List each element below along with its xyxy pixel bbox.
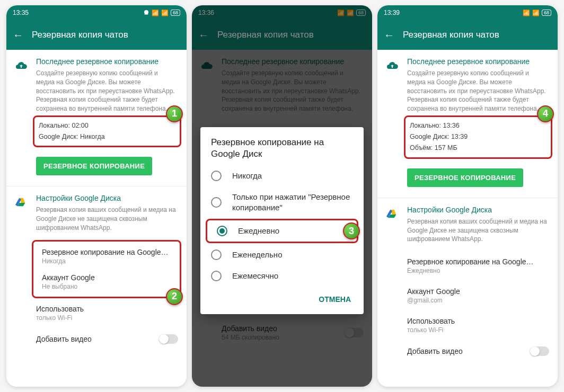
setting-value: Ежедневно (407, 267, 549, 274)
highlight-2: 2 Резервное копирование на Google… Никог… (32, 240, 181, 298)
app-bar: ← Резервная копия чатов (6, 20, 187, 50)
last-backup-section: Последнее резервное копирование Создайте… (377, 50, 558, 198)
google-drive-icon (14, 195, 29, 210)
setting-value: только Wi-Fi (36, 314, 178, 322)
radio-icon (211, 171, 222, 181)
content: Последнее резервное копирование Создайте… (377, 50, 558, 387)
last-backup-section: Последнее резервное копирование Создайте… (6, 50, 187, 186)
google-account-item[interactable]: Аккаунт Google @gmail.com (377, 281, 558, 310)
highlight-4: 4 Локально: 13:36 Google Диск: 13:39 Объ… (404, 115, 552, 159)
setting-value: Не выбрано (42, 283, 171, 290)
google-drive-icon (385, 207, 400, 221)
content: Последнее резервное копирование Создайте… (6, 50, 187, 387)
cloud-upload-icon (385, 58, 400, 73)
badge-3: 3 (343, 222, 360, 239)
highlight-1: 1 Локально: 02:00 Google Диск: Никогда (33, 115, 181, 148)
section-title: Настройки Google Диска (407, 206, 549, 214)
backup-size: Объём: 157 МБ (410, 142, 547, 154)
option-monthly[interactable]: Ежемесячно (200, 265, 364, 287)
backup-button[interactable]: РЕЗЕРВНОЕ КОПИРОВАНИЕ (407, 168, 523, 187)
gdrive-backup-time: Google Диск: 13:39 (410, 131, 547, 142)
back-arrow-icon[interactable]: ← (384, 29, 394, 41)
setting-label: Добавить видео (407, 347, 463, 355)
radio-icon (211, 197, 222, 208)
gdrive-section: Настройки Google Диска Резервная копия в… (377, 198, 558, 251)
status-bar: 13:39 📶📶 68 (377, 5, 558, 20)
dnd-icon (143, 10, 149, 16)
gdrive-section: Настройки Google Диска Резервная копия в… (6, 186, 187, 239)
include-video-item[interactable]: Добавить видео (377, 340, 558, 362)
page-title: Резервная копия чатов (403, 30, 499, 40)
toggle-switch[interactable] (159, 334, 178, 344)
backup-frequency-item[interactable]: Резервное копирование на Google… Никогда (38, 245, 175, 268)
section-title: Последнее резервное копирование (36, 57, 178, 66)
setting-label: Резервное копирование на Google… (407, 257, 549, 266)
setting-value: только Wi-Fi (407, 326, 549, 334)
radio-icon (211, 271, 222, 281)
badge-4: 4 (537, 105, 554, 122)
cloud-upload-icon (14, 58, 29, 73)
highlight-3: 3 Ежедневно (206, 219, 358, 243)
page-title: Резервная копия чатов (32, 30, 128, 40)
setting-value: @gmail.com (407, 297, 549, 304)
status-icons: 📶📶 68 (523, 10, 551, 16)
section-desc: Создайте резервную копию сообщений и мед… (407, 69, 549, 113)
badge-1: 1 (166, 105, 183, 122)
backup-button[interactable]: РЕЗЕРВНОЕ КОПИРОВАНИЕ (36, 157, 152, 175)
setting-label: Резервное копирование на Google… (42, 248, 171, 256)
cancel-button[interactable]: ОТМЕНА (314, 291, 355, 308)
section-desc: Создайте резервную копию сообщений и мед… (36, 69, 178, 113)
radio-icon-checked (217, 226, 227, 236)
network-item[interactable]: Использовать только Wi-Fi (377, 310, 558, 340)
local-backup-time: Локально: 02:00 (39, 120, 175, 131)
back-arrow-icon[interactable]: ← (13, 29, 23, 41)
section-desc: Резервная копия ваших сообщений и медиа … (36, 206, 178, 232)
option-never[interactable]: Никогда (200, 165, 364, 186)
option-manual[interactable]: Только при нажатии "Резервное копировани… (200, 186, 364, 218)
setting-label: Использовать (36, 305, 178, 313)
dialog-actions: ОТМЕНА (200, 287, 364, 310)
setting-label: Добавить видео (36, 335, 92, 343)
setting-value: Никогда (42, 257, 171, 265)
radio-label: Ежемесячно (232, 271, 278, 281)
screen-1: 13:35 📶📶 68 ← Резервная копия чатов Посл… (6, 5, 187, 387)
network-item[interactable]: Использовать только Wi-Fi (6, 298, 187, 328)
include-video-item[interactable]: Добавить видео (6, 328, 187, 350)
radio-label: Только при нажатии "Резервное копировани… (232, 192, 353, 212)
radio-label: Еженедельно (232, 250, 282, 260)
backup-frequency-item[interactable]: Резервное копирование на Google… Ежеднев… (377, 251, 558, 281)
radio-label: Никогда (232, 171, 262, 181)
radio-icon (211, 250, 222, 260)
status-bar: 13:35 📶📶 68 (6, 5, 187, 20)
app-bar: ← Резервная копия чатов (377, 20, 558, 50)
clock: 13:35 (13, 9, 29, 16)
local-backup-time: Локально: 13:36 (410, 120, 547, 131)
section-desc: Резервная копия ваших сообщений и медиа … (407, 217, 549, 244)
gdrive-backup-time: Google Диск: Никогда (39, 131, 175, 142)
screen-2: 13:36 📶📶 68 ← Резервная копия чатов Посл… (192, 5, 372, 387)
google-account-item[interactable]: Аккаунт Google Не выбрано (38, 268, 175, 293)
setting-label: Аккаунт Google (407, 287, 549, 296)
clock: 13:39 (384, 9, 400, 16)
section-title: Последнее резервное копирование (407, 57, 549, 66)
backup-frequency-dialog: Резервное копирование на Google Диск Ник… (200, 127, 364, 314)
section-title: Настройки Google Диска (36, 194, 178, 202)
status-icons: 📶📶 68 (143, 10, 180, 16)
screen-3: 13:39 📶📶 68 ← Резервная копия чатов Посл… (377, 5, 558, 387)
setting-label: Использовать (407, 317, 549, 325)
setting-label: Аккаунт Google (42, 273, 171, 282)
radio-label: Ежедневно (238, 226, 279, 236)
badge-2: 2 (166, 288, 183, 305)
option-weekly[interactable]: Еженедельно (200, 244, 364, 265)
dialog-title: Резервное копирование на Google Диск (200, 127, 364, 165)
toggle-switch[interactable] (530, 346, 549, 356)
option-daily[interactable]: Ежедневно (212, 224, 352, 238)
